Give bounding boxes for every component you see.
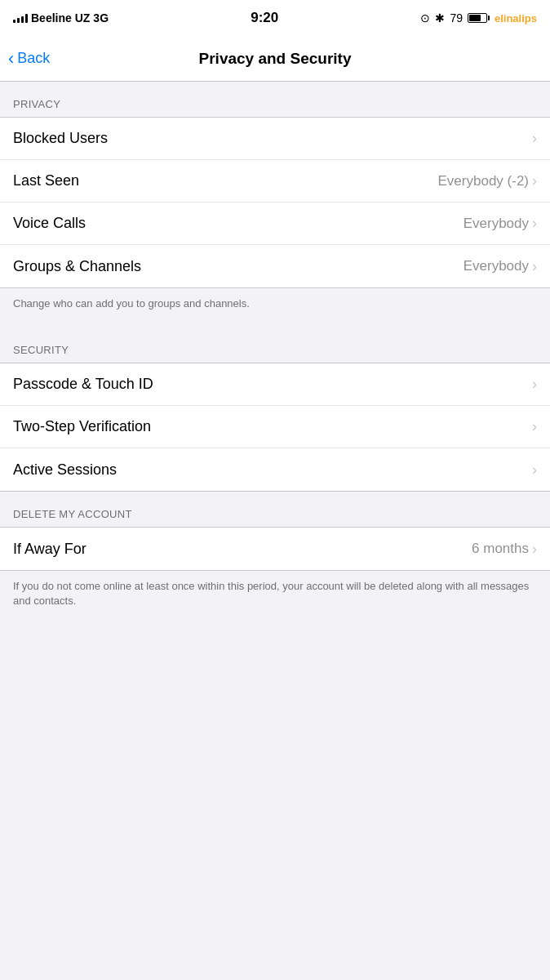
blocked-users-label: Blocked Users [13,130,108,147]
if-away-for-chevron-icon: › [532,541,537,558]
nav-bar: ‹ Back Privacy and Security [0,36,550,82]
security-section: SECURITY Passcode & Touch ID › Two-Step … [0,327,550,492]
battery-percent: 79 [450,11,463,24]
status-time: 9:20 [251,10,278,26]
back-chevron-icon: ‹ [8,50,14,68]
delete-account-section-footer: If you do not come online at least once … [0,571,550,625]
passcode-touchid-label: Passcode & Touch ID [13,376,153,393]
security-list: Passcode & Touch ID › Two-Step Verificat… [0,363,550,492]
last-seen-label: Last Seen [13,172,79,189]
two-step-label: Two-Step Verification [13,418,151,435]
last-seen-chevron-icon: › [532,172,537,189]
two-step-chevron-icon: › [532,418,537,435]
if-away-for-item[interactable]: If Away For 6 months › [0,528,550,570]
if-away-for-value: 6 months [472,541,529,557]
back-label: Back [17,50,50,67]
privacy-list: Blocked Users › Last Seen Everybody (-2)… [0,117,550,288]
passcode-touchid-item[interactable]: Passcode & Touch ID › [0,363,550,406]
blocked-users-chevron-icon: › [532,130,537,147]
signal-bar-4 [25,14,28,23]
delete-account-section-header: DELETE MY ACCOUNT [0,492,550,527]
privacy-section-footer: Change who can add you to groups and cha… [0,288,550,327]
delete-account-section: DELETE MY ACCOUNT If Away For 6 months ›… [0,492,550,625]
delete-account-list: If Away For 6 months › [0,527,550,571]
two-step-right: › [532,418,537,435]
carrier-label: Beeline UZ [31,11,90,24]
groups-channels-right: Everybody › [464,258,537,275]
security-section-header: SECURITY [0,327,550,363]
back-button[interactable]: ‹ Back [8,50,50,68]
voice-calls-label: Voice Calls [13,215,86,232]
status-left: Beeline UZ 3G [13,11,109,24]
passcode-touchid-right: › [532,376,537,393]
groups-channels-label: Groups & Channels [13,258,141,275]
two-step-item[interactable]: Two-Step Verification › [0,406,550,448]
blocked-users-right: › [532,130,537,147]
passcode-touchid-chevron-icon: › [532,376,537,393]
privacy-section: PRIVACY Blocked Users › Last Seen Everyb… [0,82,550,327]
last-seen-value: Everybody (-2) [438,173,529,189]
if-away-for-right: 6 months › [472,541,537,558]
voice-calls-chevron-icon: › [532,215,537,232]
voice-calls-right: Everybody › [464,215,537,232]
active-sessions-label: Active Sessions [13,461,117,479]
lock-icon: ⊙ [420,11,430,24]
voice-calls-item[interactable]: Voice Calls Everybody › [0,203,550,245]
signal-bar-3 [21,16,24,23]
signal-bar-1 [13,20,16,23]
username-label: elinalips [495,12,537,24]
groups-channels-chevron-icon: › [532,258,537,275]
status-right: ⊙ ✱ 79 elinalips [420,11,537,24]
status-bar: Beeline UZ 3G 9:20 ⊙ ✱ 79 elinalips [0,0,550,36]
blocked-users-item[interactable]: Blocked Users › [0,118,550,160]
page-title: Privacy and Security [199,50,352,68]
battery-icon [468,13,490,23]
if-away-for-label: If Away For [13,541,86,558]
privacy-section-header: PRIVACY [0,82,550,117]
active-sessions-item[interactable]: Active Sessions › [0,448,550,491]
active-sessions-right: › [532,461,537,479]
signal-bars [13,13,28,23]
groups-channels-value: Everybody [464,258,529,274]
bluetooth-icon: ✱ [435,11,445,24]
voice-calls-value: Everybody [464,216,529,232]
signal-bar-2 [17,18,20,23]
network-label: 3G [93,11,109,24]
last-seen-right: Everybody (-2) › [438,172,537,189]
groups-channels-item[interactable]: Groups & Channels Everybody › [0,245,550,287]
active-sessions-chevron-icon: › [532,461,537,479]
last-seen-item[interactable]: Last Seen Everybody (-2) › [0,160,550,203]
